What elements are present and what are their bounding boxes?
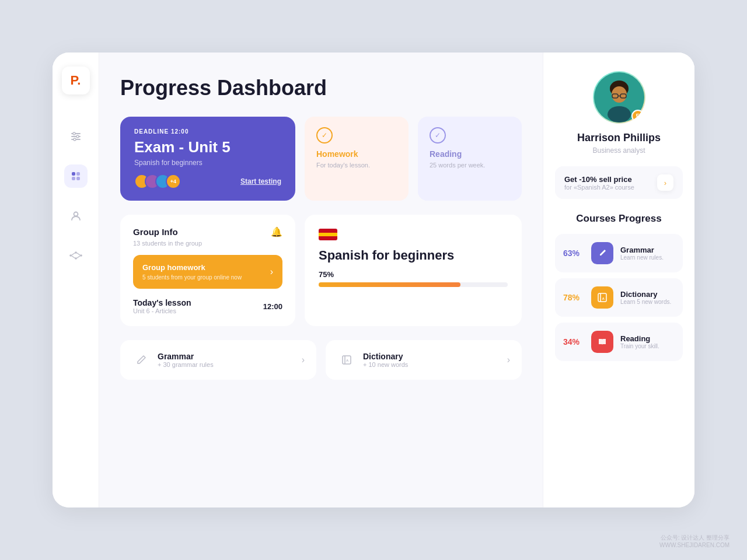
dictionary-card-text: Dictionary + 10 new words (363, 352, 408, 368)
progress-bar-fill (319, 282, 460, 287)
grammar-course-name: Grammar (620, 246, 675, 254)
dictionary-book-icon: A (337, 351, 356, 369)
bottom-row: Grammar + 30 grammar rules › A (120, 340, 522, 380)
flag-top (319, 229, 337, 233)
lesson-time: 12:00 (263, 302, 282, 311)
promo-card[interactable]: Get -10% sell price for «Spanish A2» cou… (555, 166, 683, 199)
sidebar-item-grid[interactable] (64, 164, 88, 188)
middle-row: Group Info 🔔 13 students in the group Gr… (120, 215, 522, 326)
grammar-bottom-card[interactable]: Grammar + 30 grammar rules › (120, 340, 316, 380)
reading-title: Reading (430, 149, 510, 159)
svg-line-16 (71, 256, 75, 258)
progress-percent: 75% (319, 270, 508, 279)
svg-rect-8 (72, 177, 75, 180)
promo-subtitle: for «Spanish A2» course (564, 184, 634, 191)
reading-check-icon: ✓ (430, 127, 446, 144)
right-panel: 5 Harrison Phillips Business analyst Get… (543, 52, 694, 508)
page-title: Progress Dashboard (120, 76, 522, 100)
dictionary-course-desc: Learn 5 new words. (620, 299, 675, 305)
start-testing-link[interactable]: Start testing (240, 177, 281, 186)
reading-desc: 25 words per week. (430, 161, 510, 170)
exam-card: DEADLINE 12:00 Exam - Unit 5 Spanish for… (120, 117, 295, 201)
group-homework-button[interactable]: Group homework 5 students from your grou… (133, 255, 282, 289)
svg-text:A: A (346, 359, 349, 362)
lesson-title: Today's lesson (133, 298, 191, 307)
reading-icon (591, 331, 613, 353)
grammar-card-sub: + 30 grammar rules (158, 361, 214, 368)
svg-point-4 (76, 135, 79, 138)
progress-bar-bg (319, 282, 508, 287)
top-row: DEADLINE 12:00 Exam - Unit 5 Spanish for… (120, 117, 522, 201)
main-card: P. (53, 52, 694, 508)
avatar-count: +4 (166, 174, 181, 189)
homework-check-icon: ✓ (316, 127, 333, 144)
spanish-title: Spanish for beginners (319, 247, 508, 264)
svg-line-15 (71, 253, 75, 256)
main-content: Progress Dashboard DEADLINE 12:00 Exam -… (99, 52, 543, 508)
svg-text:A: A (602, 297, 605, 300)
group-card-header: Group Info 🔔 (133, 226, 282, 237)
svg-line-18 (76, 256, 80, 258)
svg-point-5 (74, 138, 76, 141)
lesson-subtitle: Unit 6 - Articles (133, 307, 191, 314)
grammar-course-desc: Learn new rules. (620, 254, 675, 261)
flag-middle (319, 233, 337, 237)
reading-info: Reading Train your skill. (620, 334, 675, 349)
courses-title: Courses Progress (576, 213, 661, 225)
today-lesson: Today's lesson Unit 6 - Articles 12:00 (133, 298, 282, 314)
grammar-info: Grammar Learn new rules. (620, 246, 675, 261)
exam-footer: +4 Start testing (134, 174, 281, 189)
profile-role: Business analyst (592, 146, 645, 155)
svg-point-13 (75, 257, 77, 260)
promo-text: Get -10% sell price for «Spanish A2» cou… (564, 175, 634, 191)
bell-icon[interactable]: 🔔 (271, 226, 282, 237)
exam-subtitle: Spanish for beginners (134, 159, 281, 167)
notification-badge: 5 (631, 110, 644, 123)
svg-line-17 (76, 253, 80, 256)
sidebar-item-person[interactable] (64, 204, 88, 228)
homework-desc: For today's lesson. (316, 161, 397, 170)
reading-course-name: Reading (620, 334, 675, 343)
svg-rect-6 (72, 172, 75, 176)
grammar-icon (591, 242, 613, 264)
dictionary-card-left: A Dictionary + 10 new words (337, 351, 408, 369)
svg-point-3 (73, 132, 75, 135)
grammar-percent: 63% (563, 249, 584, 258)
svg-rect-7 (76, 172, 80, 176)
spain-flag (319, 229, 337, 240)
exam-title: Exam - Unit 5 (134, 138, 281, 156)
homework-title: Homework (316, 149, 397, 159)
homework-arrow-icon: › (270, 267, 273, 277)
watermark: 公众号: 设计达人 整理分享 WWW.SHEJIDAREN.COM (659, 534, 729, 548)
promo-arrow-icon: › (657, 174, 673, 191)
spanish-card: Spanish for beginners 75% (305, 215, 522, 326)
dictionary-course-name: Dictionary (620, 290, 675, 299)
exam-deadline: DEADLINE 12:00 (134, 128, 281, 135)
reading-card: ✓ Reading 25 words per week. (418, 117, 522, 201)
profile-avatar: 5 (593, 71, 645, 124)
sidebar-item-sliders[interactable] (64, 125, 88, 148)
dictionary-percent: 78% (563, 293, 584, 302)
logo[interactable]: P. (62, 66, 90, 94)
group-title: Group Info (133, 227, 178, 237)
group-subtitle: 13 students in the group (133, 240, 282, 247)
svg-point-28 (608, 106, 631, 123)
dictionary-card-title: Dictionary (363, 352, 408, 361)
flag-bottom (319, 236, 337, 240)
avatar-group: +4 (134, 174, 181, 189)
dictionary-arrow-icon: › (507, 355, 510, 365)
svg-point-10 (74, 212, 78, 216)
homework-btn-sub: 5 students from your group online now (142, 274, 242, 281)
grammar-card-title: Grammar (158, 352, 214, 361)
course-dictionary: 78% A Dictionary Learn 5 new words. (555, 278, 683, 317)
watermark-line2: WWW.SHEJIDAREN.COM (659, 542, 729, 548)
sidebar-nav (64, 125, 88, 267)
homework-btn-title: Group homework (142, 263, 242, 272)
sidebar-item-network[interactable] (64, 244, 88, 267)
svg-rect-9 (76, 177, 80, 180)
dictionary-info: Dictionary Learn 5 new words. (620, 290, 675, 305)
sidebar: P. (53, 52, 99, 508)
reading-percent: 34% (563, 337, 584, 346)
dictionary-bottom-card[interactable]: A Dictionary + 10 new words › (326, 340, 522, 380)
grammar-card-text: Grammar + 30 grammar rules (158, 352, 214, 368)
